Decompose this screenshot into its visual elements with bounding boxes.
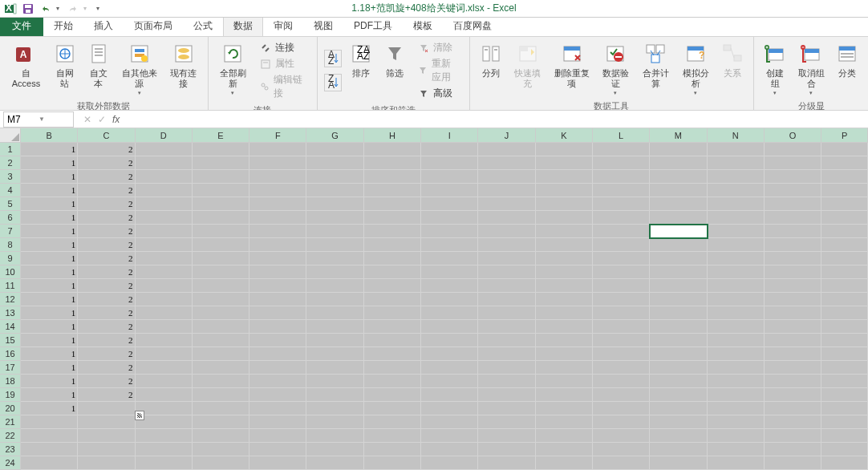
row-header-16[interactable]: 16 bbox=[0, 347, 21, 361]
tab-insert[interactable]: 插入 bbox=[83, 15, 124, 36]
cell-I9[interactable] bbox=[421, 252, 478, 265]
cell-P8[interactable] bbox=[821, 238, 868, 252]
cell-N8[interactable] bbox=[708, 238, 765, 252]
cell-G13[interactable] bbox=[306, 306, 363, 320]
tab-home[interactable]: 开始 bbox=[43, 15, 83, 36]
cell-C16[interactable]: 2 bbox=[78, 347, 135, 361]
cell-F5[interactable] bbox=[249, 197, 306, 211]
cell-K21[interactable] bbox=[536, 415, 593, 429]
cell-M2[interactable] bbox=[650, 156, 707, 170]
cell-B6[interactable]: 1 bbox=[21, 211, 78, 225]
cell-L19[interactable] bbox=[593, 388, 650, 402]
cell-P18[interactable] bbox=[821, 375, 868, 388]
cell-M4[interactable] bbox=[650, 184, 707, 197]
cell-J1[interactable] bbox=[478, 143, 535, 156]
row-header-7[interactable]: 7 bbox=[0, 225, 21, 238]
cell-E11[interactable] bbox=[193, 279, 249, 293]
cell-L11[interactable] bbox=[593, 279, 650, 293]
cell-L22[interactable] bbox=[593, 429, 650, 443]
cell-B7[interactable]: 1 bbox=[21, 225, 78, 238]
cell-L17[interactable] bbox=[593, 361, 650, 375]
cell-M3[interactable] bbox=[650, 170, 707, 184]
tab-page-layout[interactable]: 页面布局 bbox=[124, 15, 183, 36]
cell-K24[interactable] bbox=[536, 456, 593, 470]
cell-J19[interactable] bbox=[478, 388, 535, 402]
cell-B21[interactable] bbox=[21, 415, 78, 429]
cell-L4[interactable] bbox=[593, 184, 650, 197]
from-access-button[interactable]: A自 Access bbox=[5, 38, 47, 99]
cell-I14[interactable] bbox=[421, 320, 478, 334]
cell-I18[interactable] bbox=[421, 375, 478, 388]
name-box[interactable]: M7▼ bbox=[3, 111, 74, 128]
sort-button[interactable]: ZAAZ排序 bbox=[345, 38, 377, 103]
cell-K8[interactable] bbox=[536, 238, 593, 252]
cell-D3[interactable] bbox=[136, 170, 193, 184]
cell-P19[interactable] bbox=[821, 388, 868, 402]
cell-J16[interactable] bbox=[478, 347, 535, 361]
cell-M18[interactable] bbox=[650, 375, 707, 388]
cell-N20[interactable] bbox=[708, 402, 765, 415]
column-header-O[interactable]: O bbox=[765, 128, 821, 143]
cell-L24[interactable] bbox=[593, 456, 650, 470]
cell-O5[interactable] bbox=[765, 197, 821, 211]
column-header-M[interactable]: M bbox=[650, 128, 707, 143]
cell-L9[interactable] bbox=[593, 252, 650, 265]
cell-K6[interactable] bbox=[536, 211, 593, 225]
cell-J9[interactable] bbox=[478, 252, 535, 265]
cell-P10[interactable] bbox=[821, 265, 868, 279]
cell-F20[interactable] bbox=[249, 402, 306, 415]
cell-I16[interactable] bbox=[421, 347, 478, 361]
cell-D24[interactable] bbox=[136, 456, 193, 470]
cell-K23[interactable] bbox=[536, 443, 593, 456]
cell-M5[interactable] bbox=[650, 197, 707, 211]
cell-C3[interactable]: 2 bbox=[78, 170, 135, 184]
cell-B10[interactable]: 1 bbox=[21, 265, 78, 279]
qat-customize-icon[interactable]: ▾ bbox=[96, 5, 103, 12]
cell-E18[interactable] bbox=[193, 375, 249, 388]
filter-button[interactable]: 筛选 bbox=[379, 38, 411, 103]
cell-J7[interactable] bbox=[478, 225, 535, 238]
cell-O20[interactable] bbox=[765, 402, 821, 415]
cell-B15[interactable]: 1 bbox=[21, 334, 78, 347]
cell-O15[interactable] bbox=[765, 334, 821, 347]
cell-D13[interactable] bbox=[136, 306, 193, 320]
existing-connections-button[interactable]: 现有连接 bbox=[164, 38, 202, 99]
cell-D17[interactable] bbox=[136, 361, 193, 375]
cell-C9[interactable]: 2 bbox=[78, 252, 135, 265]
cell-C5[interactable]: 2 bbox=[78, 197, 135, 211]
cell-H7[interactable] bbox=[364, 225, 421, 238]
cell-C17[interactable]: 2 bbox=[78, 361, 135, 375]
cell-F16[interactable] bbox=[249, 347, 306, 361]
cell-H10[interactable] bbox=[364, 265, 421, 279]
cell-J5[interactable] bbox=[478, 197, 535, 211]
cell-G5[interactable] bbox=[306, 197, 363, 211]
cell-G20[interactable] bbox=[306, 402, 363, 415]
cell-I23[interactable] bbox=[421, 443, 478, 456]
cell-D11[interactable] bbox=[136, 279, 193, 293]
cell-M10[interactable] bbox=[650, 265, 707, 279]
cell-B18[interactable]: 1 bbox=[21, 375, 78, 388]
cell-P7[interactable] bbox=[821, 225, 868, 238]
cell-K3[interactable] bbox=[536, 170, 593, 184]
cell-N15[interactable] bbox=[708, 334, 765, 347]
cell-D19[interactable] bbox=[136, 388, 193, 402]
cell-K7[interactable] bbox=[536, 225, 593, 238]
cell-D12[interactable] bbox=[136, 293, 193, 306]
tab-baidu[interactable]: 百度网盘 bbox=[443, 15, 502, 36]
cell-K19[interactable] bbox=[536, 388, 593, 402]
cell-L18[interactable] bbox=[593, 375, 650, 388]
cell-H15[interactable] bbox=[364, 334, 421, 347]
cell-C11[interactable]: 2 bbox=[78, 279, 135, 293]
tab-formulas[interactable]: 公式 bbox=[183, 15, 223, 36]
column-header-P[interactable]: P bbox=[821, 128, 868, 143]
column-header-B[interactable]: B bbox=[21, 128, 78, 143]
cell-D8[interactable] bbox=[136, 238, 193, 252]
ungroup-button[interactable]: 取消组合▾ bbox=[793, 38, 829, 99]
select-all-button[interactable] bbox=[0, 128, 21, 143]
cell-P4[interactable] bbox=[821, 184, 868, 197]
cell-E21[interactable] bbox=[193, 415, 249, 429]
enter-icon[interactable]: ✓ bbox=[98, 114, 106, 125]
cell-J21[interactable] bbox=[478, 415, 535, 429]
cell-E13[interactable] bbox=[193, 306, 249, 320]
row-header-20[interactable]: 20 bbox=[0, 402, 21, 415]
